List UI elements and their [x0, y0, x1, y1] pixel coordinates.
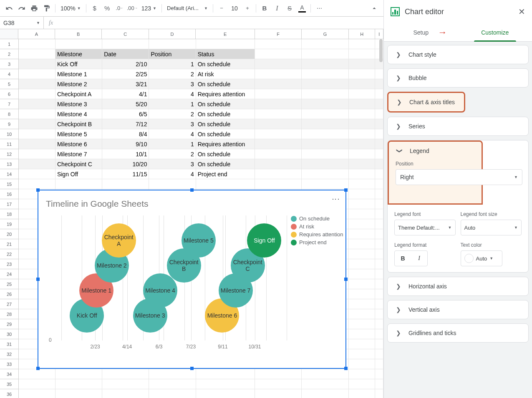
cell[interactable] — [349, 349, 376, 359]
cell[interactable]: 5/20 — [102, 99, 149, 109]
cell[interactable]: On schedule — [196, 79, 255, 89]
zoom-select[interactable]: 100%▼ — [58, 5, 83, 12]
cell[interactable] — [375, 69, 383, 79]
collapse-toolbar-button[interactable] — [368, 3, 380, 14]
row-header[interactable]: 15 — [0, 179, 19, 189]
cell[interactable]: 7/12 — [102, 119, 149, 129]
cell[interactable] — [375, 89, 383, 99]
cell[interactable] — [19, 39, 55, 49]
cell[interactable] — [149, 39, 196, 49]
chart-menu-icon[interactable]: ⋮ — [331, 195, 340, 203]
cell[interactable]: 8/4 — [102, 129, 149, 139]
row-header[interactable]: 21 — [0, 239, 19, 249]
cell[interactable] — [349, 69, 376, 79]
cell[interactable] — [55, 389, 102, 398]
cell[interactable] — [19, 169, 55, 179]
chart-bubble[interactable]: Milestone 5 — [182, 223, 216, 258]
cell[interactable] — [349, 159, 376, 169]
embedded-chart[interactable]: ⋮ Timeline in Google Sheets 0 2/234/146/… — [38, 190, 346, 369]
strikethrough-button[interactable]: S — [284, 3, 295, 14]
row-header[interactable]: 14 — [0, 169, 19, 179]
cell[interactable] — [349, 389, 376, 398]
cell[interactable]: At risk — [196, 69, 255, 79]
cell[interactable] — [19, 109, 55, 119]
legend-font-select[interactable]: Theme Default:...▼ — [394, 220, 456, 235]
cell[interactable] — [255, 49, 302, 59]
resize-handle[interactable] — [36, 188, 40, 192]
font-size-decrease-button[interactable]: − — [216, 3, 227, 14]
cell[interactable] — [19, 49, 55, 59]
cell[interactable] — [255, 59, 302, 69]
cell[interactable] — [19, 379, 55, 389]
cell[interactable] — [349, 329, 376, 339]
cell[interactable] — [302, 109, 348, 119]
section-gridlines[interactable]: ❯Gridlines and ticks — [387, 323, 529, 343]
cell[interactable]: 4 — [149, 129, 196, 139]
column-header[interactable]: B — [55, 29, 102, 39]
chart-title[interactable]: Timeline in Google Sheets — [46, 199, 149, 209]
cell[interactable]: 2/25 — [102, 69, 149, 79]
resize-handle[interactable] — [36, 278, 40, 281]
cell[interactable]: 6/5 — [102, 109, 149, 119]
cell[interactable] — [349, 89, 376, 99]
cell[interactable]: 3/21 — [102, 79, 149, 89]
row-header[interactable]: 25 — [0, 279, 19, 289]
row-header[interactable]: 20 — [0, 229, 19, 239]
tab-customize[interactable]: → Customize — [458, 23, 532, 42]
cell[interactable] — [302, 169, 348, 179]
cell[interactable]: 3 — [149, 159, 196, 169]
column-header[interactable]: I — [375, 29, 383, 39]
chart-bubble[interactable]: Checkpoint A — [102, 223, 136, 258]
cell[interactable] — [302, 119, 348, 129]
cell[interactable] — [255, 69, 302, 79]
spreadsheet-grid[interactable]: ABCDEFGHI 123456789101112131415161718192… — [0, 29, 383, 398]
cell[interactable] — [19, 369, 55, 379]
row-header[interactable]: 12 — [0, 149, 19, 159]
row-header[interactable]: 1 — [0, 39, 19, 49]
cell[interactable] — [19, 119, 55, 129]
cell[interactable] — [255, 119, 302, 129]
resize-handle[interactable] — [36, 367, 40, 370]
cell[interactable]: 11/15 — [102, 169, 149, 179]
row-header[interactable]: 19 — [0, 219, 19, 229]
resize-handle[interactable] — [190, 367, 194, 370]
cell[interactable]: 2 — [149, 69, 196, 79]
cell[interactable] — [349, 239, 376, 249]
cell[interactable] — [349, 49, 376, 59]
cell[interactable]: 2 — [149, 149, 196, 159]
legend-position-select[interactable]: Right▼ — [396, 169, 522, 185]
cell[interactable] — [302, 99, 348, 109]
text-color-button[interactable]: A — [296, 3, 308, 14]
cell[interactable]: Milestone 3 — [55, 99, 102, 109]
cell[interactable] — [375, 389, 383, 398]
cell[interactable] — [196, 379, 255, 389]
cell[interactable] — [375, 349, 383, 359]
section-chart-axis-titles[interactable]: ❯Chart & axis titles — [387, 92, 465, 113]
resize-handle[interactable] — [344, 278, 348, 281]
cell[interactable]: 10/20 — [102, 159, 149, 169]
more-toolbar-button[interactable]: ⋯ — [313, 3, 325, 14]
cell[interactable]: 2/10 — [102, 59, 149, 69]
cell[interactable] — [255, 159, 302, 169]
chart-bubble[interactable]: Sign Off — [247, 223, 281, 258]
cell[interactable] — [349, 369, 376, 379]
cell[interactable] — [102, 39, 149, 49]
row-header[interactable]: 23 — [0, 259, 19, 269]
cell[interactable] — [19, 59, 55, 69]
cell[interactable]: Kick Off — [55, 59, 102, 69]
cell[interactable] — [349, 249, 376, 259]
cell[interactable] — [349, 189, 376, 199]
cell[interactable] — [349, 119, 376, 129]
cell[interactable] — [196, 389, 255, 398]
cell[interactable] — [375, 159, 383, 169]
cell[interactable] — [102, 369, 149, 379]
format-currency-button[interactable]: $ — [89, 3, 101, 14]
undo-button[interactable] — [3, 3, 15, 14]
cell[interactable]: Checkpoint B — [55, 119, 102, 129]
cell[interactable] — [19, 139, 55, 149]
font-family-select[interactable]: Default (Ari...▼ — [164, 5, 210, 11]
cell[interactable]: 3 — [149, 119, 196, 129]
cell[interactable] — [19, 69, 55, 79]
cell[interactable] — [302, 159, 348, 169]
cell[interactable]: 1 — [149, 59, 196, 69]
